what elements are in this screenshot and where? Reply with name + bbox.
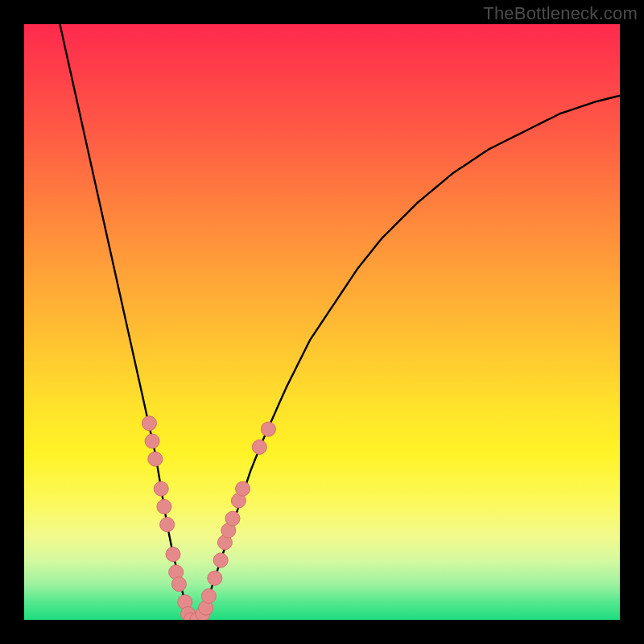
chart-frame: TheBottleneck.com: [0, 0, 644, 644]
marker-dot: [252, 440, 266, 454]
marker-dot: [261, 422, 275, 436]
chart-svg: [24, 24, 620, 620]
marker-dot: [208, 571, 222, 585]
marker-dot: [154, 481, 168, 496]
marker-dot: [225, 511, 240, 526]
marker-dot: [142, 416, 156, 431]
marker-dot: [160, 518, 175, 532]
marker-dot: [213, 553, 228, 568]
marker-dot: [148, 452, 163, 466]
marker-dot: [201, 588, 216, 603]
marker-dot: [236, 481, 250, 496]
watermark-text: TheBottleneck.com: [483, 3, 638, 24]
highlighted-points: [142, 416, 275, 620]
marker-dot: [166, 547, 180, 562]
marker-dot: [157, 499, 171, 514]
plot-area: [24, 24, 620, 620]
marker-dot: [145, 434, 159, 448]
marker-dot: [171, 577, 186, 592]
bottleneck-curve: [60, 24, 620, 620]
